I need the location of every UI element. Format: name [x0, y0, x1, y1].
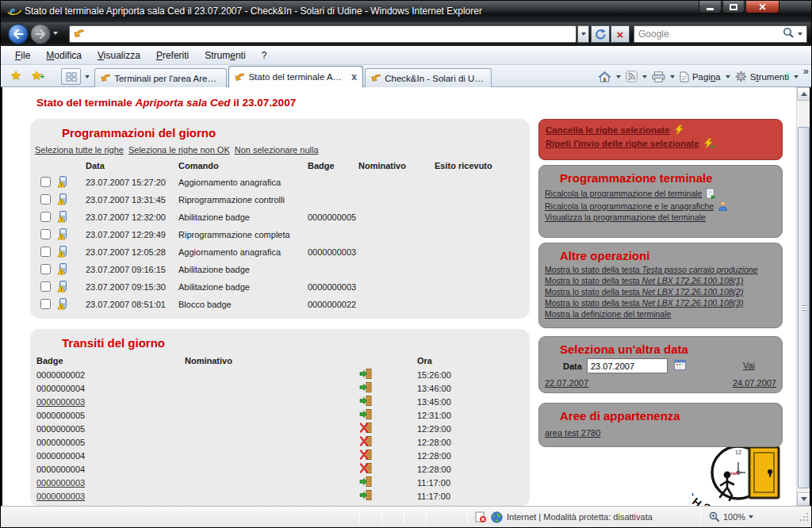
menu-modifica[interactable]: Modifica	[38, 48, 90, 63]
menu-file[interactable]: File	[7, 48, 38, 63]
table-row: 23.07.2007 12:32:00Abilitazione badge000…	[30, 209, 530, 226]
row-checkbox[interactable]	[40, 299, 51, 309]
ricalcola-anagrafiche-link[interactable]: Ricalcola la programmazione e le anagraf…	[545, 201, 782, 211]
delete-selected-rows-link[interactable]: Cancella le righe selezionate	[546, 124, 782, 136]
row-checkbox[interactable]	[40, 229, 51, 239]
page-icon	[680, 71, 689, 82]
menu-visualizza[interactable]: Visualizza	[90, 48, 148, 63]
definizione-terminale-link[interactable]: Mostra la definizione del terminale	[545, 309, 782, 319]
badge-link[interactable]: 0000000003	[36, 397, 85, 407]
resend-selected-rows-link[interactable]: Ripeti l'invio delle righe selezionate	[546, 138, 782, 149]
zoom-control[interactable]: 100%	[709, 507, 753, 527]
forward-button[interactable]	[30, 24, 51, 44]
tab-bar: ★ ★+ Terminali per l'area Area P... Stat…	[1, 65, 811, 87]
stato-testa-link[interactable]: Mostra lo stato della testa Net LBX 172.…	[545, 276, 782, 285]
menu-strumenti[interactable]: Strumenti	[197, 48, 253, 63]
search-input[interactable]	[638, 29, 779, 40]
tab-close-icon[interactable]: x	[350, 71, 357, 82]
tools-menu-button[interactable]: Strumenti	[732, 69, 792, 84]
next-date-link[interactable]: 24.07.2007	[733, 378, 776, 388]
add-favorite-button[interactable]: ★+	[31, 67, 42, 83]
toolbar-overflow-icon[interactable]: »	[803, 65, 809, 77]
table-row: 23.07.2007 15:27:20Aggiornamento anagraf…	[30, 174, 530, 191]
feeds-dropdown-icon[interactable]	[642, 75, 647, 78]
back-button[interactable]	[8, 24, 29, 44]
feeds-button[interactable]	[622, 69, 641, 84]
address-bar[interactable]	[69, 25, 576, 43]
tools-dropdown-icon[interactable]	[794, 75, 799, 78]
area-link[interactable]: area test 2780	[545, 428, 600, 438]
previous-date-link[interactable]: 22.07.2007	[545, 378, 588, 388]
select-all-link[interactable]: Seleziona tutte le righe	[35, 145, 124, 155]
stop-button[interactable]: ×	[611, 25, 630, 43]
home-dropdown-icon[interactable]	[616, 75, 621, 78]
page-menu-button[interactable]: Pagina	[676, 70, 724, 84]
tab-checkin[interactable]: Check&In - Solari di Udine	[365, 68, 492, 87]
search-icon[interactable]	[783, 27, 794, 41]
print-dropdown-icon[interactable]	[670, 75, 675, 78]
resize-grip[interactable]	[799, 507, 809, 527]
programmazione-terminale-panel: Programmazione terminale Ricalcola la pr…	[538, 165, 783, 238]
vertical-scrollbar[interactable]	[796, 87, 810, 506]
back-arrow-icon	[13, 29, 24, 39]
menu-help[interactable]: ?	[254, 48, 275, 63]
zoom-dropdown-icon[interactable]	[749, 515, 753, 518]
row-checkbox[interactable]	[40, 212, 51, 222]
date-label: Data	[563, 362, 582, 371]
row-checkbox[interactable]	[40, 281, 51, 292]
print-button[interactable]	[649, 70, 668, 84]
table-row: 000000000313:45:00	[30, 395, 530, 408]
ricalcola-programmazione-link[interactable]: Ricalcola la programmazione del terminal…	[545, 188, 782, 199]
date-input[interactable]	[587, 358, 668, 373]
refresh-button[interactable]	[591, 25, 610, 43]
site-favicon	[74, 27, 84, 41]
internet-zone-icon	[491, 507, 503, 527]
stato-testa-link[interactable]: Mostra lo stato della testa Net LBX 172.…	[545, 298, 782, 308]
command-pending-icon	[57, 228, 70, 241]
select-none-link[interactable]: Non selezionare nulla	[235, 145, 319, 155]
access-granted-icon	[359, 396, 417, 407]
tab-stato-terminale[interactable]: Stato del terminale Apri... x	[228, 66, 363, 87]
scroll-up-button[interactable]	[797, 87, 810, 101]
badge-link[interactable]: 0000000003	[36, 478, 85, 488]
minimize-button[interactable]	[699, 1, 722, 13]
ie-logo-icon: e	[7, 4, 21, 18]
calendar-icon[interactable]	[674, 359, 686, 373]
search-dropdown-icon[interactable]	[798, 33, 802, 36]
close-button[interactable]: ✕	[745, 1, 779, 13]
page-title: Stato del terminale Apriporta sala Ced i…	[36, 97, 296, 109]
address-dropdown-button[interactable]	[577, 25, 589, 43]
row-checkbox[interactable]	[40, 247, 51, 257]
address-input[interactable]	[87, 27, 576, 41]
tab-favicon	[101, 74, 110, 82]
scrollbar-thumb[interactable]	[798, 127, 810, 488]
stato-testa-link[interactable]: Mostra lo stato della testa Net LBX 172.…	[545, 287, 782, 297]
tab-label: Stato del terminale Apri...	[248, 72, 346, 82]
table-row: 000000000311:17:00	[30, 476, 530, 489]
badge-link[interactable]: 0000000003	[36, 492, 85, 501]
home-button[interactable]	[595, 69, 615, 84]
select-not-ok-link[interactable]: Seleziona le righe non OK	[128, 145, 230, 155]
history-dropdown-icon[interactable]	[53, 32, 58, 35]
tab-terminali[interactable]: Terminali per l'area Area P...	[94, 68, 227, 87]
tab-list-dropdown[interactable]	[82, 68, 92, 85]
lightning-icon	[674, 124, 685, 136]
menu-preferiti[interactable]: Preferiti	[148, 48, 197, 63]
command-pending-icon	[57, 193, 70, 206]
row-checkbox[interactable]	[40, 177, 51, 187]
row-actions-panel: Cancella le righe selezionate Ripeti l'i…	[538, 119, 783, 160]
row-checkbox[interactable]	[40, 194, 51, 205]
scroll-down-button[interactable]	[797, 492, 810, 506]
tab-label: Terminali per l'area Area P...	[114, 74, 220, 83]
stato-testa-link[interactable]: Mostra lo stato della testa Testa passo …	[545, 265, 782, 274]
maximize-button[interactable]	[722, 1, 745, 13]
go-to-date-link[interactable]: Vai	[743, 361, 755, 370]
search-box[interactable]	[634, 25, 807, 43]
quick-tabs-button[interactable]	[61, 68, 81, 85]
page-dropdown-icon[interactable]	[726, 75, 730, 78]
row-checkbox[interactable]	[40, 264, 51, 274]
visualizza-programmazione-link[interactable]: Visualizza la programmazione del termina…	[545, 212, 782, 222]
access-denied-icon	[359, 423, 417, 434]
favorites-center-button[interactable]: ★	[10, 67, 21, 83]
transiti-panel: Transiti del giorno Badge Nominativo Ora…	[30, 329, 530, 506]
